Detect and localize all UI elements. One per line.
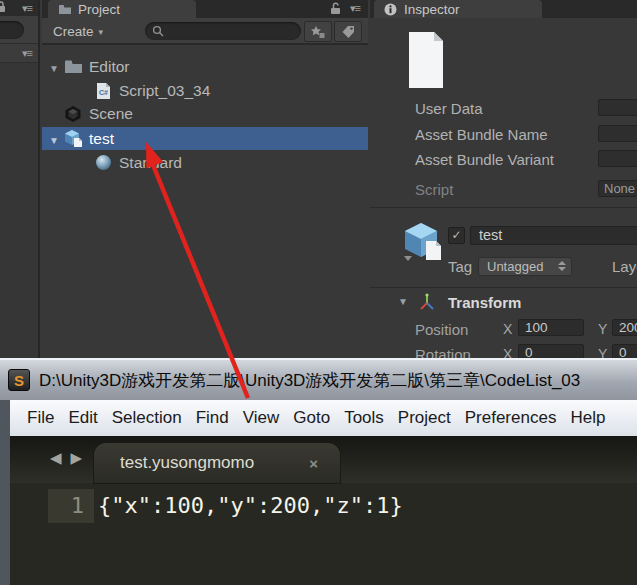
unity-editor-region: ▾≡ ▾≡ Project: [0, 0, 637, 358]
tab-project-label: Project: [78, 2, 120, 17]
left-partial-panel: ▾≡ ▾≡: [0, 0, 40, 358]
inspector-tabbar: Inspector: [370, 0, 637, 18]
search-input[interactable]: [145, 22, 301, 40]
editor-area: ◀ ▶ test.yusongmomo × 1 {"x":100,"y":200…: [10, 436, 637, 585]
menu-edit[interactable]: Edit: [61, 408, 104, 428]
project-toolbar: Create ▾: [42, 18, 368, 45]
menubar: File Edit Selection Find View Goto Tools…: [10, 400, 637, 436]
screenshot-stage: ▾≡ ▾≡ Project: [0, 0, 637, 585]
tree-item-label: Scene: [89, 105, 133, 123]
nav-forward-icon[interactable]: ▶: [71, 449, 83, 467]
menu-selection[interactable]: Selection: [105, 408, 189, 428]
tree-item-label: Script_03_34: [119, 82, 210, 100]
script-field[interactable]: None: [598, 180, 637, 197]
user-data-label: User Data: [415, 100, 483, 117]
file-tab[interactable]: test.yusongmomo ×: [94, 443, 340, 483]
position-x-axis-label: X: [503, 321, 512, 337]
project-tree: ▼ Editor C#: [42, 45, 368, 358]
user-data-field[interactable]: [598, 99, 637, 116]
dropdown-arrows-icon: [558, 261, 566, 271]
position-y-axis-label: Y: [598, 321, 607, 337]
tree-item-scene[interactable]: Scene: [42, 102, 368, 125]
tab-nav: ◀ ▶: [50, 449, 82, 467]
transform-icon: [418, 293, 436, 315]
pane-menu-icon[interactable]: ▾≡: [22, 48, 32, 59]
search-by-type-button[interactable]: [304, 21, 332, 42]
tree-item-label: test: [89, 130, 114, 148]
tab-inspector[interactable]: Inspector: [374, 0, 542, 18]
tree-item-label: Standard: [119, 154, 182, 172]
svg-text:C#: C#: [99, 89, 108, 96]
tag-dropdown-value: Untagged: [487, 259, 543, 274]
line-number: 1: [48, 489, 94, 523]
file-tab-label: test.yusongmomo: [120, 453, 254, 473]
window-body: File Edit Selection Find View Goto Tools…: [0, 400, 637, 585]
expander-icon[interactable]: ▼: [49, 63, 59, 74]
info-icon: [384, 3, 397, 16]
material-sphere-icon: [92, 154, 114, 171]
folder-icon: [62, 59, 84, 74]
left-panel-header: ▾≡: [0, 44, 38, 63]
code-area[interactable]: 1 {"x":100,"y":200,"z":1}: [10, 483, 637, 585]
pane-menu-icon[interactable]: ▾≡: [22, 3, 32, 14]
tab-project[interactable]: Project: [48, 0, 196, 18]
expander-icon[interactable]: ▼: [49, 135, 59, 146]
tag-dropdown[interactable]: Untagged: [478, 257, 572, 276]
position-y-field[interactable]: 200: [612, 319, 637, 336]
sublime-app-icon: S: [8, 369, 30, 391]
editor-tabstrip: ◀ ▶ test.yusongmomo ×: [10, 436, 637, 483]
window-titlebar[interactable]: S D:\Unity3D游戏开发第二版\Unity3D游戏开发第二版\第三章\C…: [0, 358, 637, 400]
menu-goto[interactable]: Goto: [286, 408, 337, 428]
position-label: Position: [415, 321, 468, 338]
star-filter-icon: [310, 25, 326, 39]
position-x-field[interactable]: 100: [518, 319, 584, 336]
gameobject-cube-icon: [400, 220, 444, 268]
nav-back-icon[interactable]: ◀: [50, 449, 62, 467]
layer-label: Layer: [612, 258, 637, 275]
script-label: Script: [415, 181, 453, 198]
prefab-asset-icon: [62, 129, 84, 148]
left-panel-search-fragment[interactable]: [0, 21, 24, 39]
asset-bundle-variant-field[interactable]: [598, 150, 637, 167]
left-panel-tabbar: ▾≡: [0, 0, 38, 16]
search-by-label-button[interactable]: [334, 21, 362, 42]
project-panel: Project ▾≡ Create ▾: [42, 0, 368, 358]
transform-section-title: Transform: [448, 294, 521, 311]
chevron-down-icon: ▾: [99, 27, 104, 37]
tree-item-test[interactable]: ▼ test: [42, 127, 368, 150]
search-icon: [152, 25, 164, 37]
menu-file[interactable]: File: [20, 408, 61, 428]
menu-view[interactable]: View: [236, 408, 287, 428]
menu-help[interactable]: Help: [563, 408, 612, 428]
inspector-panel: Inspector User Data Asset Bundle Name As…: [370, 0, 637, 358]
code-line: {"x":100,"y":200,"z":1}: [98, 489, 403, 523]
active-checkbox[interactable]: ✓: [448, 227, 465, 244]
menu-preferences[interactable]: Preferences: [458, 408, 564, 428]
asset-preview-icon: [408, 31, 444, 93]
unity-scene-icon: [62, 105, 84, 123]
menu-project[interactable]: Project: [391, 408, 458, 428]
pane-menu-icon[interactable]: ▾≡: [350, 3, 360, 14]
tree-item-standard[interactable]: Standard: [42, 151, 368, 174]
create-button[interactable]: Create ▾: [49, 22, 107, 41]
tag-icon: [341, 25, 356, 39]
folder-icon: [58, 4, 72, 15]
left-panel-toolbar: [0, 16, 38, 44]
tree-item-editor[interactable]: ▼ Editor: [42, 55, 368, 78]
menu-find[interactable]: Find: [189, 408, 236, 428]
lock-open-icon[interactable]: [330, 2, 341, 15]
divider: [370, 207, 637, 208]
transform-expander-icon[interactable]: ▼: [398, 296, 408, 307]
lock-icon: [0, 1, 6, 13]
gameobject-name-field[interactable]: test: [470, 226, 637, 245]
window-title: D:\Unity3D游戏开发第二版\Unity3D游戏开发第二版\第三章\Cod…: [39, 369, 580, 392]
tab-inspector-label: Inspector: [404, 2, 460, 17]
create-button-label: Create: [53, 24, 94, 39]
asset-bundle-name-label: Asset Bundle Name: [415, 126, 548, 143]
menu-tools[interactable]: Tools: [337, 408, 391, 428]
tree-item-script[interactable]: C# Script_03_34: [42, 79, 368, 102]
csharp-script-icon: C#: [92, 82, 114, 100]
asset-bundle-name-field[interactable]: [598, 125, 637, 142]
tree-item-label: Editor: [89, 58, 130, 76]
close-icon[interactable]: ×: [309, 455, 318, 472]
